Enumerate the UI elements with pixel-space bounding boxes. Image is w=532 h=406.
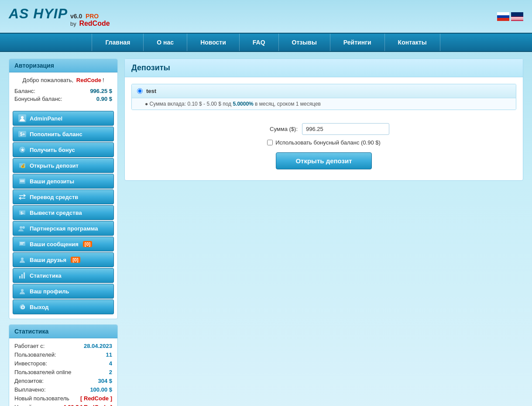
deposit-form: Сумма ($): Использовать бонусный баланс … [131, 119, 516, 174]
nav-about[interactable]: О нас [144, 34, 187, 51]
svg-point-20 [21, 289, 24, 292]
menu-adminpanel[interactable]: AdminPanel [13, 111, 114, 126]
flag-ru[interactable] [497, 12, 509, 21]
svg-rect-15 [19, 241, 25, 246]
stat-users-label: Пользователей: [14, 351, 56, 358]
svg-point-13 [20, 226, 22, 229]
menu-open-deposit[interactable]: 💰 Открыть депозит [13, 158, 114, 173]
nav-faq[interactable]: FAQ [240, 34, 279, 51]
menu-profile[interactable]: Ваш профиль [13, 284, 114, 299]
menu-buttons: AdminPanel $+ Пополнить баланс ★ Получит… [9, 108, 117, 319]
plan-header: test [132, 84, 516, 98]
bonus-checkbox-row: Использовать бонусный баланс (0.90 $) [131, 139, 516, 146]
amount-row: Сумма ($): [131, 123, 516, 135]
logo-version-row: v6.0 PRO [70, 13, 99, 20]
logo-sub: v6.0 PRO by RedCode [70, 13, 110, 28]
balance-value: 996.25 $ [90, 88, 112, 94]
amount-input[interactable] [302, 123, 389, 135]
friends-badge: [0] [71, 257, 80, 263]
partner-icon [18, 224, 26, 232]
menu-transfer[interactable]: Перевод средств [13, 189, 114, 204]
welcome-prefix: Добро пожаловать, [22, 77, 73, 83]
nav-contacts[interactable]: Контакты [385, 34, 440, 51]
menu-your-deposits[interactable]: Ваши депозиты [13, 174, 114, 189]
menu-get-bonus-label: Получить бонус [30, 147, 75, 153]
bonus-label: Бонусный баланс: [14, 96, 62, 102]
stat-deposits: Депозитов: 304 $ [14, 378, 112, 384]
content-title: Депозиты [125, 59, 523, 77]
stats-box: Статистика Работает с: 28.04.2023 Пользо… [9, 324, 118, 406]
logo-by-row: by RedCode [70, 20, 110, 28]
svg-text:★: ★ [21, 148, 25, 152]
menu-withdraw-label: Вывести средства [30, 210, 82, 216]
menu-messages[interactable]: Ваши сообщения [0] [13, 237, 114, 251]
main: Авторизация Добро пожаловать, RedCode! Б… [0, 52, 532, 406]
menu-get-bonus[interactable]: ★ Получить бонус [13, 142, 114, 157]
menu-your-deposits-label: Ваши депозиты [30, 178, 74, 185]
stats-icon [18, 272, 26, 279]
balance-label: Баланс: [14, 88, 35, 94]
bonus-checkbox-label: Использовать бонусный баланс (0.90 $) [275, 139, 381, 146]
profile-icon [18, 287, 26, 295]
welcome-username: RedCode [76, 77, 101, 83]
plan-detail-text: Сумма вклада: 0.10 $ - 5.00 $ под 5.0000… [150, 101, 321, 107]
menu-logout[interactable]: ⏻ Выход [13, 299, 114, 314]
welcome-suffix: ! [103, 77, 104, 83]
plan-detail: ● Сумма вклада: 0.10 $ - 5.00 $ под 5.00… [132, 98, 516, 110]
menu-profile-label: Ваш профиль [30, 288, 69, 295]
auth-title: Авторизация [9, 59, 117, 72]
svg-rect-19 [24, 272, 25, 279]
menu-add-balance-label: Пополнить баланс [30, 131, 82, 138]
stat-paid-label: Выплачено: [14, 386, 46, 393]
stat-new-user-label: Новый пользователь [14, 395, 69, 402]
logout-icon: ⏻ [18, 303, 26, 311]
menu-statistics[interactable]: Статистика [13, 268, 114, 283]
your-deposits-icon [18, 177, 26, 185]
menu-partner[interactable]: Партнерская программа [13, 221, 114, 236]
stat-new-user: Новый пользователь [ RedCode ] [14, 395, 112, 402]
menu-logout-label: Выход [30, 304, 48, 310]
auth-box: Авторизация Добро пожаловать, RedCode! Б… [9, 58, 118, 319]
stat-new-deposit-label: Новый депозит [14, 404, 55, 406]
nav-ratings[interactable]: Рейтинги [330, 34, 385, 51]
bonus-checkbox[interactable] [267, 140, 273, 145]
auth-content: Добро пожаловать, RedCode! Баланс: 996.2… [9, 72, 117, 108]
stat-investors-val: 4 [109, 360, 112, 367]
svg-point-1 [21, 116, 24, 119]
stat-new-deposit-val[interactable]: 4.00 $ [ RedCode ] [63, 404, 112, 406]
nav-news[interactable]: Новости [187, 34, 240, 51]
menu-add-balance[interactable]: $+ Пополнить баланс [13, 127, 114, 141]
flag-icons [497, 12, 523, 21]
withdraw-icon: $- [18, 209, 26, 217]
plan-radio[interactable] [137, 88, 143, 94]
menu-messages-label: Ваши сообщения [30, 241, 79, 248]
svg-point-14 [22, 226, 25, 229]
menu-open-deposit-label: Открыть депозит [30, 162, 79, 169]
stat-users: Пользователей: 11 [14, 351, 112, 358]
transfer-icon [18, 193, 26, 201]
stat-new-user-val[interactable]: [ RedCode ] [80, 395, 112, 402]
admin-icon [18, 114, 26, 122]
stat-online-label: Пользователей online [14, 369, 71, 375]
deposit-icon: $+ [18, 130, 26, 138]
svg-text:$+: $+ [20, 132, 25, 137]
stat-users-val: 11 [106, 351, 112, 358]
svg-rect-8 [19, 179, 25, 184]
bonus-value: 0.90 $ [96, 96, 112, 102]
messages-badge: [0] [83, 241, 92, 247]
nav-reviews[interactable]: Отзывы [279, 34, 330, 51]
stat-paid: Выплачено: 100.00 $ [14, 386, 112, 393]
svg-point-16 [21, 258, 24, 260]
nav: Главная О нас Новости FAQ Отзывы Рейтинг… [0, 33, 532, 52]
logo-redcode: RedCode [79, 20, 110, 27]
nav-home[interactable]: Главная [92, 34, 144, 51]
plan-name: test [146, 88, 156, 94]
menu-friends[interactable]: Ваши друзья [0] [13, 252, 114, 267]
flag-us[interactable] [511, 12, 523, 21]
open-deposit-button[interactable]: Открыть депозит [276, 152, 372, 169]
stat-investors-label: Инвесторов: [14, 360, 47, 367]
menu-withdraw[interactable]: $- Вывести средства [13, 205, 114, 220]
menu-statistics-label: Статистика [30, 272, 62, 279]
stat-new-deposit: Новый депозит 4.00 $ [ RedCode ] [14, 404, 112, 406]
header: AS HYIP v6.0 PRO by RedCode [0, 0, 532, 33]
